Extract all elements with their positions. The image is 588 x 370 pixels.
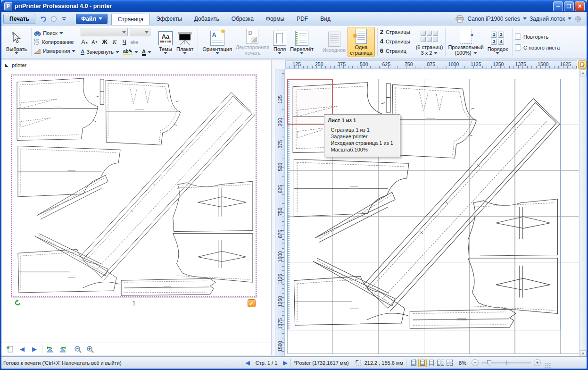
printer-select[interactable]: Canon iP1900 series bbox=[467, 16, 520, 22]
shrink-font-button[interactable]: A▼ bbox=[91, 38, 99, 46]
highlight-button[interactable]: ab✎ bbox=[123, 49, 133, 55]
orientation-button[interactable]: A✹ Ориентация bbox=[200, 29, 233, 55]
custom-scale-button[interactable]: ◄ Произвольный (100%) bbox=[446, 27, 485, 57]
italic-button[interactable]: К bbox=[110, 38, 118, 46]
font-family-combo[interactable] bbox=[81, 28, 128, 36]
ruler-label: 375 bbox=[331, 61, 353, 68]
view-grid-icon[interactable] bbox=[445, 359, 454, 367]
ribbon-tab[interactable]: Страница bbox=[111, 14, 150, 25]
order-button[interactable]: 1234 Порядок bbox=[486, 29, 510, 55]
tray-select[interactable]: Задний лоток bbox=[530, 16, 565, 22]
order-number-cell: 1 bbox=[491, 32, 497, 38]
prev-page-icon[interactable]: ◀ bbox=[17, 345, 27, 354]
duplex-print-button[interactable]: D Двусторонняя печать bbox=[234, 27, 271, 57]
one-page-button[interactable]: ✸ Одна страница bbox=[348, 27, 374, 57]
repeat-checkbox-row[interactable]: Повторять bbox=[515, 32, 560, 41]
scroll-up-icon[interactable]: ▲ bbox=[580, 69, 587, 76]
collapse-arrow-icon bbox=[5, 64, 8, 67]
new-sheet-checkbox-row[interactable]: С нового листа bbox=[515, 43, 560, 52]
font-color-button[interactable]: A bbox=[142, 49, 146, 56]
select-tool-button[interactable]: Выбрать bbox=[4, 29, 29, 55]
themes-button[interactable]: Aa Темы bbox=[157, 29, 174, 55]
ribbon-tab[interactable]: Вид bbox=[314, 14, 337, 25]
gear-icon[interactable] bbox=[574, 15, 582, 23]
next-page-icon[interactable]: ▶ bbox=[283, 359, 288, 366]
file-menu-button[interactable]: Файл bbox=[76, 14, 108, 24]
prev-page-icon[interactable]: ◀ bbox=[245, 359, 250, 366]
chevron-down-icon[interactable] bbox=[568, 17, 571, 20]
ruler-label: 750 bbox=[398, 61, 420, 68]
window-title: priPrinter Professional 4.0 - printer bbox=[15, 3, 553, 9]
view-continuous-icon[interactable] bbox=[427, 359, 436, 367]
close-button[interactable]: ✕ bbox=[575, 1, 585, 11]
add-page-icon[interactable] bbox=[5, 345, 15, 354]
resize-grip[interactable] bbox=[545, 362, 551, 369]
minimize-button[interactable]: ─ bbox=[553, 1, 563, 11]
duplex-icon: D bbox=[246, 28, 258, 44]
page-enabled-checkbox[interactable]: ✓ bbox=[248, 299, 256, 307]
font-size-combo[interactable] bbox=[130, 28, 150, 36]
status-message: Готово к печати ('Ctrl+X' Напечатать всё… bbox=[3, 360, 239, 366]
poster-button[interactable]: Плакат bbox=[174, 29, 195, 55]
binding-button[interactable]: Переплёт bbox=[288, 29, 315, 55]
app-icon: P bbox=[4, 2, 12, 10]
ruler-options-button[interactable] bbox=[578, 60, 587, 69]
tooltip-line: Страница 1 из 1 bbox=[328, 126, 396, 133]
margins-button[interactable]: Поля bbox=[271, 29, 288, 55]
print-button[interactable]: Печать bbox=[3, 14, 35, 24]
poster-canvas[interactable]: Лист 1 из 1 Страница 1 из 1Задание:print… bbox=[285, 69, 580, 358]
chevron-down-icon bbox=[145, 31, 149, 34]
rotate-left-icon[interactable] bbox=[45, 345, 55, 354]
next-page-icon[interactable]: ▶ bbox=[30, 345, 39, 354]
view-book-icon[interactable] bbox=[409, 359, 418, 367]
themes-icon: Aa bbox=[158, 30, 173, 46]
ruler-label: 1375 bbox=[275, 312, 284, 335]
grow-font-button[interactable]: A▲ bbox=[81, 38, 89, 46]
six-pages-button[interactable]: (6 страниц) 3 x 2 bbox=[414, 27, 445, 57]
rotate-right-icon[interactable] bbox=[58, 345, 67, 354]
view-single-page-icon[interactable] bbox=[418, 359, 427, 367]
preview-header[interactable]: printer bbox=[1, 60, 271, 70]
zoom-slider-thumb[interactable] bbox=[487, 360, 491, 366]
zoom-in-icon[interactable] bbox=[85, 345, 95, 354]
pages-option[interactable]: 2Страницы bbox=[380, 28, 410, 37]
ribbon-tab[interactable]: Эффекты bbox=[150, 14, 188, 25]
chevron-down-icon bbox=[15, 52, 18, 54]
zoom-slider[interactable] bbox=[481, 359, 531, 366]
repeat-checkbox[interactable] bbox=[515, 34, 521, 40]
redo-icon[interactable] bbox=[49, 14, 58, 24]
projector-screen-icon bbox=[177, 30, 193, 46]
zoom-out-icon[interactable] bbox=[73, 345, 83, 354]
chevron-down-icon[interactable] bbox=[523, 17, 527, 20]
undo-icon[interactable] bbox=[39, 14, 48, 24]
ribbon-tab[interactable]: PDF bbox=[290, 14, 314, 25]
page-thumbnail[interactable] bbox=[11, 75, 257, 297]
maximize-button[interactable]: ❒ bbox=[564, 1, 574, 11]
new-sheet-checkbox[interactable] bbox=[515, 44, 521, 50]
strikethrough-button[interactable]: abe bbox=[130, 38, 138, 46]
tooltip-line: Задание:printer bbox=[328, 133, 396, 140]
vertical-scrollbar[interactable]: ▲ ▼ bbox=[579, 69, 587, 358]
quick-access-options-icon[interactable] bbox=[59, 14, 69, 24]
zoom-out-button[interactable]: − bbox=[472, 359, 479, 366]
view-facing-icon[interactable] bbox=[436, 359, 445, 367]
chevron-down-icon[interactable] bbox=[116, 51, 119, 53]
zoom-in-button[interactable]: + bbox=[534, 359, 541, 366]
pages-option[interactable]: 6Страниц bbox=[380, 47, 410, 56]
ribbon-tab[interactable]: Добавить bbox=[188, 14, 225, 25]
ruler-label: 875 bbox=[275, 223, 284, 245]
chevron-down-icon[interactable] bbox=[148, 51, 151, 53]
pages-option[interactable]: 4Страницы bbox=[380, 38, 410, 47]
ruler-corner bbox=[275, 60, 285, 69]
bold-button[interactable]: Ж bbox=[100, 38, 108, 46]
strikeout-button[interactable]: Зачеркнуть bbox=[86, 49, 114, 55]
measure-button[interactable]: Измерения bbox=[34, 47, 75, 55]
ribbon-tab[interactable]: Формы bbox=[260, 14, 290, 25]
search-button[interactable]: Поиск bbox=[34, 29, 75, 37]
copy-button[interactable]: Копирование bbox=[34, 38, 75, 46]
original-view-button[interactable]: Исходное bbox=[321, 30, 348, 54]
underline-button[interactable]: Ч bbox=[120, 38, 128, 46]
ribbon: Выбрать Поиск Копирование Измерения bbox=[1, 25, 587, 59]
ribbon-tab[interactable]: Обрезка bbox=[225, 14, 260, 25]
chevron-down-icon[interactable] bbox=[134, 51, 138, 53]
